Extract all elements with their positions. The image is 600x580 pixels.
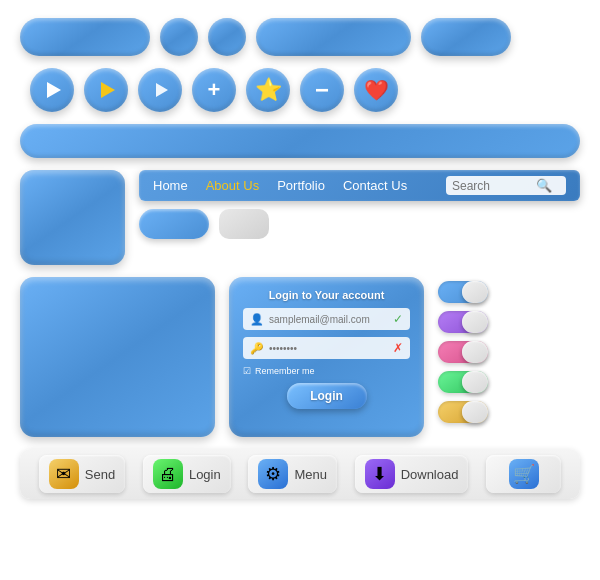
login-bottom-button[interactable]: 🖨 Login (143, 455, 231, 493)
play-button-1[interactable] (30, 68, 74, 112)
small-button-2[interactable] (208, 18, 246, 56)
download-button[interactable]: ⬇ Download (355, 455, 469, 493)
med-button-1[interactable] (421, 18, 511, 56)
email-icon: 👤 (250, 313, 264, 326)
star-icon: ⭐ (255, 79, 282, 101)
toggle-row-pink (438, 341, 488, 363)
toggles-column (438, 281, 488, 423)
nav-item-contact[interactable]: Contact Us (343, 178, 407, 193)
cart-button[interactable]: 🛒 (486, 455, 561, 493)
main-container: + ⭐ − ❤️ Home About Us Portfolio Contact… (0, 0, 600, 580)
toggle-blue[interactable] (438, 281, 488, 303)
download-icon: ⬇ (365, 459, 395, 489)
navigation-bar: Home About Us Portfolio Contact Us 🔍 (139, 170, 580, 201)
wide-button-1[interactable] (20, 18, 150, 56)
play-icon-outline (156, 83, 168, 97)
search-icon: 🔍 (536, 178, 552, 193)
toggle-row-blue (438, 281, 488, 303)
long-button-1[interactable] (256, 18, 411, 56)
toggle-green[interactable] (438, 371, 488, 393)
password-value: •••••••• (269, 343, 388, 354)
menu-button[interactable]: ⚙ Menu (248, 455, 337, 493)
toggle-thumb-blue (462, 281, 488, 303)
send-button[interactable]: ✉ Send (39, 455, 125, 493)
remember-row: ☑ Remember me (243, 366, 410, 376)
nav-row: Home About Us Portfolio Contact Us 🔍 (20, 170, 580, 265)
minus-button[interactable]: − (300, 68, 344, 112)
send-icon: ✉ (49, 459, 79, 489)
small-white-button-1[interactable] (219, 209, 269, 239)
remember-label: Remember me (255, 366, 315, 376)
search-input[interactable] (452, 179, 532, 193)
email-value: samplemail@mail.com (269, 314, 388, 325)
nav-item-about[interactable]: About Us (206, 178, 259, 193)
nav-area: Home About Us Portfolio Contact Us 🔍 (139, 170, 580, 239)
small-blue-button-1[interactable] (139, 209, 209, 239)
menu-icon: ⚙ (258, 459, 288, 489)
play-icon-1 (47, 82, 61, 98)
email-field[interactable]: 👤 samplemail@mail.com ✓ (243, 308, 410, 330)
toggle-row-yellow (438, 401, 488, 423)
wide-bar-row (20, 124, 580, 158)
minus-icon: − (315, 78, 329, 102)
login-bottom-label: Login (189, 467, 221, 482)
menu-label: Menu (294, 467, 327, 482)
play-button-2[interactable] (84, 68, 128, 112)
remember-checkbox-icon[interactable]: ☑ (243, 366, 251, 376)
heart-icon: ❤️ (364, 80, 389, 100)
toggle-pink[interactable] (438, 341, 488, 363)
icon-buttons-row: + ⭐ − ❤️ (30, 68, 580, 112)
large-square-1 (20, 170, 125, 265)
download-label: Download (401, 467, 459, 482)
play-button-3[interactable] (138, 68, 182, 112)
small-button-1[interactable] (160, 18, 198, 56)
star-button[interactable]: ⭐ (246, 68, 290, 112)
small-buttons-row (139, 209, 580, 239)
toggle-thumb-purple (462, 311, 488, 333)
nav-item-portfolio[interactable]: Portfolio (277, 178, 325, 193)
password-cross-icon: ✗ (393, 341, 403, 355)
login-panel: Login to Your account 👤 samplemail@mail.… (229, 277, 424, 437)
top-buttons-row (20, 18, 580, 56)
password-icon: 🔑 (250, 342, 264, 355)
cart-icon: 🛒 (509, 459, 539, 489)
toggle-row-green (438, 371, 488, 393)
wide-bar (20, 124, 580, 158)
password-field[interactable]: 🔑 •••••••• ✗ (243, 337, 410, 359)
large-square-2 (20, 277, 215, 437)
email-check-icon: ✓ (393, 312, 403, 326)
toggle-row-purple (438, 311, 488, 333)
send-label: Send (85, 467, 115, 482)
toggle-thumb-pink (462, 341, 488, 363)
heart-button[interactable]: ❤️ (354, 68, 398, 112)
nav-item-home[interactable]: Home (153, 178, 188, 193)
login-bottom-icon: 🖨 (153, 459, 183, 489)
toggle-yellow[interactable] (438, 401, 488, 423)
toggle-thumb-yellow (462, 401, 488, 423)
toggle-purple[interactable] (438, 311, 488, 333)
play-icon-yellow (101, 82, 115, 98)
plus-icon: + (208, 79, 221, 101)
content-row: Login to Your account 👤 samplemail@mail.… (20, 277, 580, 437)
toggle-thumb-green (462, 371, 488, 393)
plus-button[interactable]: + (192, 68, 236, 112)
login-title: Login to Your account (243, 289, 410, 301)
nav-search-box[interactable]: 🔍 (446, 176, 566, 195)
login-button[interactable]: Login (287, 383, 367, 409)
bottom-bar: ✉ Send 🖨 Login ⚙ Menu ⬇ Download 🛒 (20, 449, 580, 499)
